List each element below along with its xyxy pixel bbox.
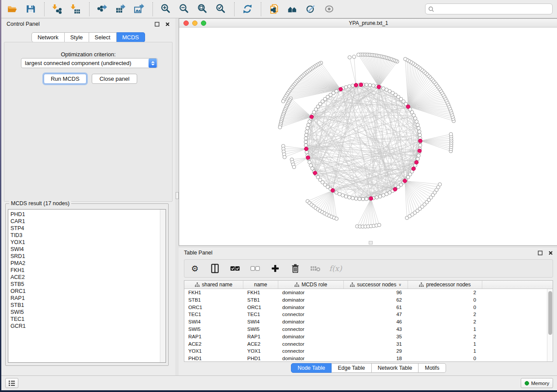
cell-name[interactable]: ACE2 (243, 340, 278, 348)
mcds-node[interactable] (331, 189, 335, 193)
table-row[interactable]: ACE2ACE2connector311 (184, 340, 553, 348)
table-row[interactable]: STB1STB1dominator620 (184, 296, 553, 304)
mcds-node[interactable] (415, 161, 419, 165)
mcds-result-item[interactable]: CAR1 (10, 218, 166, 225)
list-scrollbar[interactable] (160, 210, 166, 362)
cell-predecessor_nodes[interactable]: 2 (408, 289, 482, 296)
table-scrollbar[interactable] (547, 289, 553, 361)
tab-node-table[interactable]: Node Table (291, 363, 332, 373)
cell-mcds_role[interactable]: dominator (278, 333, 344, 340)
show-columns-icon[interactable] (210, 263, 220, 274)
vertical-splitter[interactable] (175, 18, 179, 375)
mcds-result-item[interactable]: GCR1 (10, 323, 166, 330)
cell-mcds_role[interactable]: connector (278, 340, 344, 348)
deselect-all-columns-icon[interactable] (250, 263, 260, 274)
cell-shared_name[interactable]: ORC1 (184, 304, 243, 311)
mcds-node[interactable] (304, 147, 308, 151)
mcds-node[interactable] (313, 171, 317, 175)
mcds-result-item[interactable]: ACE2 (10, 274, 166, 281)
cell-mcds_role[interactable]: dominator (278, 304, 344, 311)
cell-successor_nodes[interactable]: 47 (344, 311, 408, 318)
horizontal-splitter-grip[interactable] (369, 241, 373, 244)
mcds-node[interactable] (306, 156, 310, 160)
network-canvas[interactable] (179, 28, 557, 245)
cell-name[interactable]: ORC1 (243, 304, 278, 311)
column-header-MCDS-role[interactable]: MCDS role (278, 281, 344, 289)
mcds-node[interactable] (310, 115, 314, 119)
table-row[interactable]: SWI4SWI4dominator462 (184, 318, 553, 326)
cell-mcds_role[interactable]: connector (278, 347, 344, 355)
mcds-node[interactable] (403, 179, 407, 183)
cell-predecessor_nodes[interactable]: 2 (408, 333, 482, 340)
tab-edge-table[interactable]: Edge Table (332, 363, 371, 373)
cell-predecessor_nodes[interactable]: 1 (408, 326, 482, 333)
run-mcds-button[interactable]: Run MCDS (44, 74, 86, 84)
mcds-node[interactable] (377, 85, 381, 89)
zoom-out-icon[interactable] (177, 3, 190, 16)
cell-predecessor_nodes[interactable]: 2 (408, 311, 482, 318)
cell-shared_name[interactable]: PHD1 (184, 355, 243, 362)
mcds-node[interactable] (419, 139, 422, 143)
mcds-result-item[interactable]: STB1 (10, 302, 166, 309)
cell-predecessor_nodes[interactable]: 0 (408, 355, 482, 362)
cell-name[interactable]: TEC1 (243, 311, 278, 318)
mcds-node[interactable] (369, 196, 373, 200)
table-row[interactable]: ORC1ORC1dominator610 (184, 304, 553, 311)
export-image-icon[interactable] (132, 3, 145, 16)
cell-name[interactable]: STB1 (243, 296, 278, 304)
column-header-predecessor-nodes[interactable]: predecessor nodes (408, 281, 482, 289)
mcds-node[interactable] (339, 87, 343, 91)
cell-shared_name[interactable]: RAP1 (184, 333, 243, 340)
cell-mcds_role[interactable]: dominator (278, 289, 344, 296)
tab-network[interactable]: Network (31, 32, 65, 42)
cell-successor_nodes[interactable]: 43 (344, 326, 408, 333)
cell-name[interactable]: FKH1 (243, 289, 278, 296)
zoom-selected-icon[interactable] (214, 3, 227, 16)
mcds-node[interactable] (418, 149, 422, 153)
mcds-result-item[interactable]: TEC1 (10, 316, 166, 323)
export-table-icon[interactable] (114, 3, 127, 16)
column-header-successor-nodes[interactable]: successor nodes∨ (344, 281, 408, 289)
mcds-node[interactable] (359, 83, 363, 87)
cell-successor_nodes[interactable]: 31 (344, 340, 408, 348)
mcds-result-item[interactable]: SWI5 (10, 309, 166, 316)
mcds-result-item[interactable]: SWI4 (10, 246, 166, 253)
table-row[interactable]: TEC1TEC1connector472 (184, 311, 553, 318)
mcds-node[interactable] (406, 105, 410, 109)
tab-motifs[interactable]: Motifs (419, 363, 446, 373)
mcds-node[interactable] (412, 167, 415, 171)
cell-shared_name[interactable]: FKH1 (184, 289, 243, 296)
mcds-result-item[interactable]: STP4 (10, 225, 166, 232)
hide-selected-icon[interactable] (304, 3, 317, 16)
mcds-result-item[interactable]: ORC1 (10, 288, 166, 295)
import-network-icon[interactable] (51, 3, 64, 16)
mcds-result-item[interactable]: STB5 (10, 281, 166, 288)
cell-successor_nodes[interactable]: 62 (344, 296, 408, 304)
delete-icon[interactable] (290, 263, 301, 274)
table-row[interactable]: PHD1PHD1dominator180 (184, 355, 553, 362)
cell-successor_nodes[interactable]: 96 (344, 289, 408, 296)
network-nodes[interactable] (278, 53, 456, 228)
mcds-result-item[interactable]: PMA2 (10, 260, 166, 267)
save-session-icon[interactable] (24, 3, 37, 16)
cell-shared_name[interactable]: SWI5 (184, 326, 243, 333)
mcds-node[interactable] (354, 83, 358, 87)
tab-style[interactable]: Style (65, 32, 89, 42)
cell-predecessor_nodes[interactable]: 1 (408, 347, 482, 355)
cell-name[interactable]: SWI4 (243, 318, 278, 326)
cell-name[interactable]: PHD1 (243, 355, 278, 362)
memory-button[interactable]: Memory (521, 378, 553, 388)
mcds-result-item[interactable]: YOX1 (10, 239, 166, 246)
cell-shared_name[interactable]: SWI4 (184, 318, 243, 326)
mcds-result-item[interactable]: FKH1 (10, 267, 166, 274)
cell-mcds_role[interactable]: connector (278, 311, 344, 318)
refresh-icon[interactable] (241, 3, 254, 16)
gear-icon[interactable]: ⚙ (190, 263, 200, 274)
mcds-result-item[interactable]: RAP1 (10, 295, 166, 302)
task-history-button[interactable] (5, 378, 18, 388)
cell-name[interactable]: SWI5 (243, 326, 278, 333)
mcds-result-item[interactable]: PHD1 (10, 211, 166, 218)
open-file-icon[interactable] (6, 3, 19, 16)
clone-network-icon[interactable] (267, 3, 280, 16)
optimization-criterion-select[interactable]: largest connected component (undirected) (21, 58, 158, 68)
